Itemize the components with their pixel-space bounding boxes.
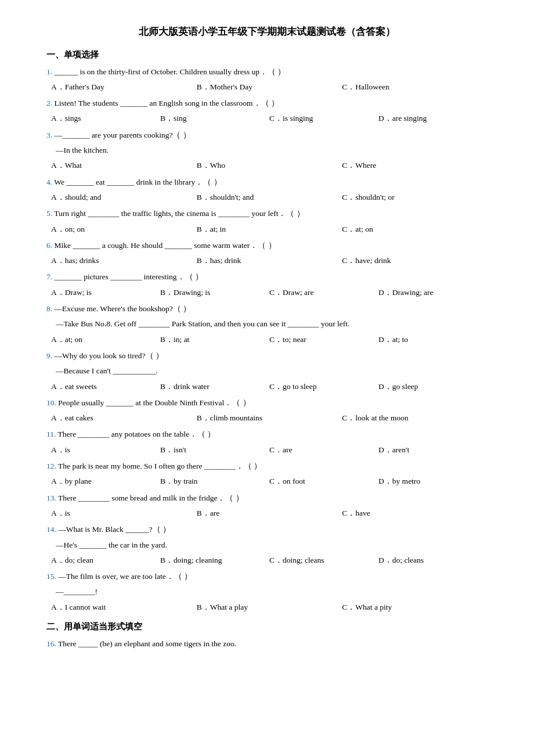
q8-optA: A．at; on bbox=[51, 333, 160, 347]
q5-text: Turn right ________ the traffic lights, … bbox=[54, 209, 305, 218]
q11-optA: A．is bbox=[51, 443, 160, 457]
q8-optC: C．to; near bbox=[269, 333, 378, 347]
q9-num: 9. bbox=[46, 351, 52, 360]
q5-options: A．on; on B．at; in C．at; on bbox=[46, 222, 488, 236]
q4-text: We _______ eat _______ drink in the libr… bbox=[54, 178, 221, 186]
q2-text: Listen! The students _______ an English … bbox=[55, 99, 279, 107]
q3-num: 3. bbox=[46, 131, 52, 139]
q15-optB: B．What a play bbox=[197, 600, 342, 614]
q10-optC: C．look at the moon bbox=[342, 411, 488, 425]
question-4: 4. We _______ eat _______ drink in the l… bbox=[46, 175, 488, 205]
q4-num: 4. bbox=[46, 178, 52, 186]
q11-num: 11. bbox=[46, 430, 56, 438]
q2-num: 2. bbox=[46, 99, 52, 107]
q7-optA: A．Draw; is bbox=[51, 286, 160, 300]
q7-optB: B．Drawing; is bbox=[160, 286, 269, 300]
q12-text: The park is near my home. So I often go … bbox=[58, 462, 262, 470]
q5-optC: C．at; on bbox=[342, 222, 488, 236]
q7-optD: D．Drawing; are bbox=[378, 286, 488, 300]
question-7: 7. _______ pictures ________ interesting… bbox=[46, 270, 488, 300]
q10-optA: A．eat cakes bbox=[51, 411, 197, 425]
section1-header: 一、单项选择 bbox=[46, 47, 488, 63]
q13-optA: A．is bbox=[51, 506, 197, 520]
question-8: 8. —Excuse me. Where's the bookshop?（ ） … bbox=[46, 302, 488, 347]
section2-header: 二、用单词适当形式填空 bbox=[46, 619, 488, 635]
q14-optD: D．do; cleans bbox=[378, 553, 488, 567]
q15-optA: A．I cannot wait bbox=[51, 600, 197, 614]
q7-num: 7. bbox=[46, 272, 52, 281]
question-15: 15. —The film is over, we are too late．（… bbox=[46, 570, 488, 614]
q10-text: People usually _______ at the Double Nin… bbox=[58, 398, 250, 407]
q15-sub: —________! bbox=[46, 585, 488, 599]
q4-optC: C．shouldn't; or bbox=[342, 190, 488, 204]
q9-text: —Why do you look so tired?（ ） bbox=[55, 351, 164, 360]
q15-optC: C．What a pity bbox=[342, 600, 488, 614]
q1-optC: C．Halloween bbox=[342, 80, 488, 94]
q1-optB: B．Mother's Day bbox=[197, 80, 342, 94]
q4-options: A．should; and B．shouldn't; and C．shouldn… bbox=[46, 190, 488, 204]
question-3: 3. —_______ are your parents cooking?（ ）… bbox=[46, 128, 488, 173]
question-14: 14. —What is Mr. Black ______?（ ） —He's … bbox=[46, 523, 488, 567]
q3-optC: C．Where bbox=[342, 159, 488, 172]
q6-optB: B．has; drink bbox=[197, 254, 342, 268]
q12-optD: D．by metro bbox=[378, 474, 488, 488]
q14-sub: —He's _______ the car in the yard. bbox=[46, 538, 488, 552]
q8-optB: B．in; at bbox=[160, 333, 269, 347]
q14-options: A．do; clean B．doing; cleaning C．doing; c… bbox=[46, 553, 488, 567]
q7-optC: C．Draw; are bbox=[269, 286, 378, 300]
q11-optC: C．are bbox=[269, 443, 378, 457]
q12-options: A．by plane B．by train C．on foot D．by met… bbox=[46, 474, 488, 488]
q10-num: 10. bbox=[46, 398, 56, 407]
q3-optB: B．Who bbox=[197, 159, 342, 172]
q5-optA: A．on; on bbox=[51, 222, 197, 236]
q6-optC: C．have; drink bbox=[342, 254, 488, 268]
q10-optB: B．climb mountains bbox=[197, 411, 342, 425]
q12-num: 12. bbox=[46, 462, 56, 470]
q8-options: A．at; on B．in; at C．to; near D．at; to bbox=[46, 333, 488, 347]
q1-text: ______ is on the thirty-first of October… bbox=[55, 67, 286, 76]
q12-optA: A．by plane bbox=[51, 474, 160, 488]
q2-optB: B．sing bbox=[160, 111, 269, 125]
q4-optA: A．should; and bbox=[51, 190, 197, 204]
q15-num: 15. bbox=[46, 572, 56, 581]
q6-text: Mike _______ a cough. He should _______ … bbox=[55, 241, 276, 250]
q8-optD: D．at; to bbox=[378, 333, 488, 347]
question-9: 9. —Why do you look so tired?（ ） —Becaus… bbox=[46, 349, 488, 394]
page-title: 北师大版英语小学五年级下学期期末试题测试卷（含答案） bbox=[46, 23, 488, 41]
q14-text: —What is Mr. Black ______?（ ） bbox=[58, 525, 171, 534]
q1-num: 1. bbox=[46, 67, 52, 76]
question-5: 5. Turn right ________ the traffic light… bbox=[46, 207, 488, 236]
q8-num: 8. bbox=[46, 304, 52, 313]
q15-options: A．I cannot wait B．What a play C．What a p… bbox=[46, 600, 488, 614]
q16-text: There _____ (be) an elephant and some ti… bbox=[58, 639, 236, 648]
q14-optC: C．doing; cleans bbox=[269, 553, 378, 567]
question-11: 11. There ________ any potatoes on the t… bbox=[46, 427, 488, 457]
q3-sub: —In the kitchen. bbox=[46, 143, 488, 157]
q14-optB: B．doing; cleaning bbox=[160, 553, 269, 567]
q2-optA: A．sings bbox=[51, 111, 160, 125]
q13-options: A．is B．are C．have bbox=[46, 506, 488, 520]
q5-num: 5. bbox=[46, 209, 52, 218]
q9-options: A．eat sweets B．drink water C．go to sleep… bbox=[46, 380, 488, 394]
q2-optC: C．is singing bbox=[269, 111, 378, 125]
q8-text: —Excuse me. Where's the bookshop?（ ） bbox=[55, 304, 192, 313]
q13-text: There ________ some bread and milk in th… bbox=[58, 494, 244, 502]
q14-optA: A．do; clean bbox=[51, 553, 160, 567]
question-1: 1. ______ is on the thirty-first of Octo… bbox=[46, 65, 488, 95]
q5-optB: B．at; in bbox=[197, 222, 342, 236]
q11-text: There ________ any potatoes on the table… bbox=[58, 430, 216, 438]
q11-optD: D．aren't bbox=[378, 443, 488, 457]
q16-num: 16. bbox=[46, 639, 56, 648]
question-6: 6. Mike _______ a cough. He should _____… bbox=[46, 239, 488, 268]
q6-optA: A．has; drinks bbox=[51, 254, 197, 268]
question-12: 12. The park is near my home. So I often… bbox=[46, 459, 488, 489]
q9-optA: A．eat sweets bbox=[51, 380, 160, 394]
q9-optD: D．go sleep bbox=[378, 380, 488, 394]
q10-options: A．eat cakes B．climb mountains C．look at … bbox=[46, 411, 488, 425]
q4-optB: B．shouldn't; and bbox=[197, 190, 342, 204]
q3-optA: A．What bbox=[51, 159, 197, 172]
q6-options: A．has; drinks B．has; drink C．have; drink bbox=[46, 254, 488, 268]
q8-sub: —Take Bus No.8. Get off ________ Park St… bbox=[46, 317, 488, 331]
q1-options: A．Father's Day B．Mother's Day C．Hallowee… bbox=[46, 80, 488, 94]
question-2: 2. Listen! The students _______ an Engli… bbox=[46, 96, 488, 126]
